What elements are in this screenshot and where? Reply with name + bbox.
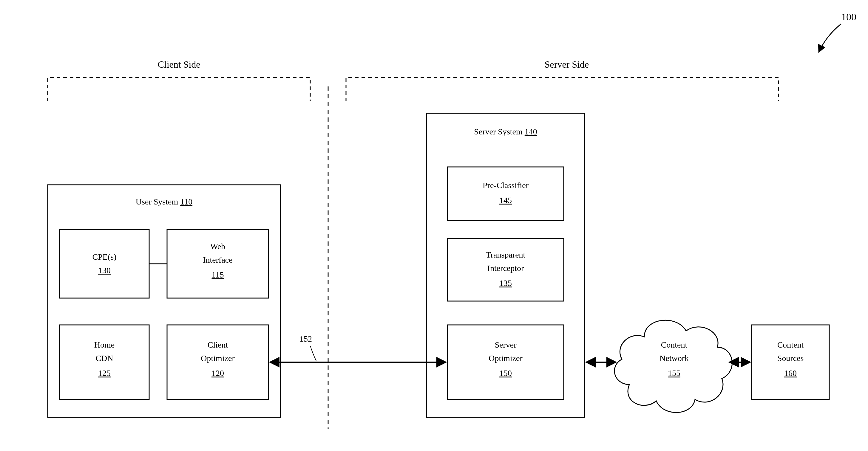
link-152-label: 152 [300,334,312,344]
svg-rect-1 [60,229,149,298]
svg-text:125: 125 [98,368,111,378]
client-side-label: Client Side [157,59,200,70]
svg-text:130: 130 [98,266,111,275]
server-side-bracket [346,77,778,101]
svg-text:115: 115 [212,270,224,279]
client-side-bracket [48,77,310,101]
svg-text:CDN: CDN [95,354,113,363]
content-network-cloud: Content Network 155 [615,320,732,413]
svg-text:160: 160 [784,368,797,378]
svg-text:CPE(s): CPE(s) [92,252,117,261]
svg-text:Content: Content [777,340,804,349]
pre-classifier-box: Pre-Classifier 145 [447,167,564,221]
svg-rect-17 [447,167,564,221]
figure-pointer-arrow [819,24,841,52]
svg-text:Interceptor: Interceptor [487,263,524,273]
svg-text:135: 135 [499,279,512,288]
svg-text:Content: Content [661,340,687,349]
svg-text:150: 150 [499,368,512,378]
svg-text:Sources: Sources [777,354,804,363]
svg-text:Web: Web [210,242,225,251]
svg-text:Interface: Interface [203,255,232,264]
client-optimizer-box: Client Optimizer 120 [167,325,269,399]
server-side-label: Server Side [545,59,589,70]
user-system: User System 110 CPE(s) 130 Web Interface… [48,185,280,417]
svg-text:Optimizer: Optimizer [489,354,523,363]
svg-text:Network: Network [659,354,689,363]
svg-text:Server: Server [495,340,517,349]
svg-text:Client: Client [208,340,228,349]
web-interface-box: Web Interface 115 [167,229,269,298]
svg-text:Pre-Classifier: Pre-Classifier [483,181,529,190]
svg-text:Transparent: Transparent [486,250,526,259]
architecture-diagram: 100 Client Side Server Side User System … [0,0,868,451]
transparent-interceptor-box: Transparent Interceptor 135 [447,238,564,301]
svg-text:Home: Home [94,340,115,349]
server-system: Server System 140 Pre-Classifier 145 Tra… [427,113,585,417]
svg-text:155: 155 [668,368,680,378]
svg-rect-0 [48,185,280,417]
cpe-box: CPE(s) 130 [60,229,149,298]
server-system-title: Server System 140 [474,127,537,136]
content-sources-box: Content Sources 160 [752,325,829,399]
svg-text:Optimizer: Optimizer [201,354,235,363]
home-cdn-box: Home CDN 125 [60,325,149,399]
svg-text:145: 145 [499,196,512,205]
user-system-title: User System 110 [136,197,192,206]
figure-number: 100 [841,11,856,22]
server-optimizer-box: Server Optimizer 150 [447,325,564,399]
link-152-tick [310,346,316,361]
svg-text:120: 120 [212,368,224,378]
